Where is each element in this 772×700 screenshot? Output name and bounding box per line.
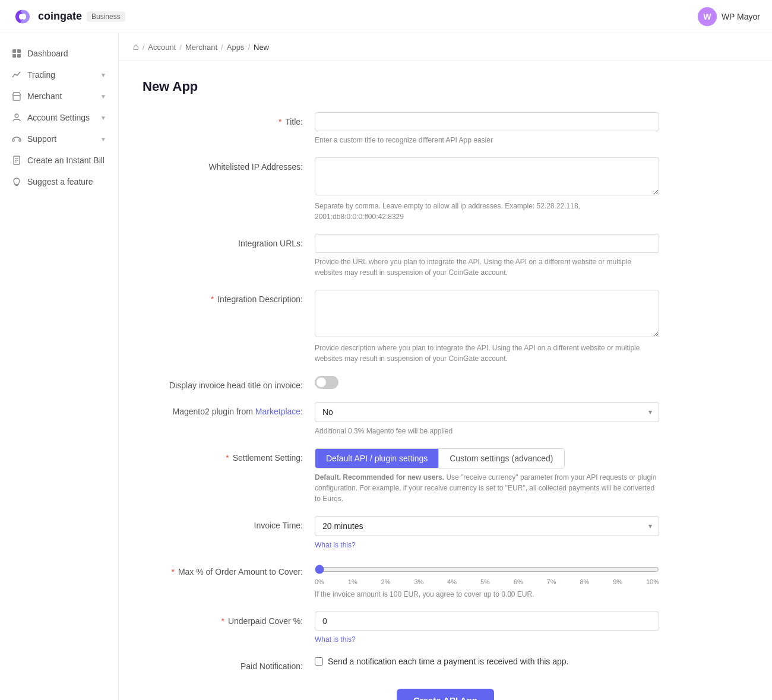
bill-icon xyxy=(12,156,21,165)
user-menu[interactable]: W WP Mayor xyxy=(698,7,760,26)
store-icon xyxy=(12,91,21,101)
invoice-time-label: Invoice Time: xyxy=(143,516,315,550)
paid-notification-checkbox[interactable] xyxy=(315,657,323,666)
display-invoice-label: Display invoice head title on invoice: xyxy=(143,376,315,390)
title-hint: Enter a custom title to recognize differ… xyxy=(315,135,659,145)
ip-label: Whitelisted IP Addresses: xyxy=(143,157,315,222)
sidebar-label-suggest: Suggest a feature xyxy=(27,177,106,186)
breadcrumb-apps[interactable]: Apps xyxy=(227,43,245,52)
sidebar-label-trading: Trading xyxy=(27,70,94,80)
svg-point-5 xyxy=(15,114,18,118)
form-container: New App * Title: Enter a custom title to… xyxy=(119,61,772,700)
svg-rect-6 xyxy=(12,139,14,141)
logo[interactable]: coingate Business xyxy=(12,6,125,27)
underpaid-input[interactable] xyxy=(315,612,659,631)
slider-labels: 0% 1% 2% 3% 4% 5% 6% 7% 8% 9% 10% xyxy=(315,578,659,585)
paid-notification-label: Paid Notification: xyxy=(143,657,315,671)
field-display-invoice: Display invoice head title on invoice: xyxy=(143,376,748,390)
main-content: ⌂ / Account / Merchant / Apps / New New … xyxy=(119,33,772,700)
invoice-time-select[interactable]: 20 minutes 30 minutes 1 hour 2 hours xyxy=(315,516,659,536)
svg-rect-1 xyxy=(17,49,21,53)
magento-hint: Additional 0.3% Magento fee will be appl… xyxy=(315,426,659,436)
slider-hint: If the invoice amount is 100 EUR, you ag… xyxy=(315,589,659,600)
paid-notification-hint: Send a notification each time a payment … xyxy=(328,657,568,666)
sidebar-item-suggest[interactable]: Suggest a feature xyxy=(0,171,118,192)
breadcrumb-merchant[interactable]: Merchant xyxy=(185,43,217,52)
lightbulb-icon xyxy=(12,177,21,186)
logo-text: coingate xyxy=(38,10,82,23)
sidebar-item-trading[interactable]: Trading ▼ xyxy=(0,64,118,85)
home-icon[interactable]: ⌂ xyxy=(133,42,139,52)
svg-rect-3 xyxy=(17,54,21,58)
sidebar-item-merchant[interactable]: Merchant ▼ xyxy=(0,85,118,107)
sidebar-item-instant-bill[interactable]: Create an Instant Bill xyxy=(0,150,118,171)
title-input[interactable] xyxy=(315,112,659,131)
ip-hint: Separate by comma. Leave empty to allow … xyxy=(315,201,659,222)
svg-rect-2 xyxy=(12,54,16,58)
sidebar: Dashboard Trading ▼ Merchant ▼ Account S… xyxy=(0,33,119,700)
field-magento: Magento2 plugin from Marketplace: No Yes… xyxy=(143,402,748,436)
sidebar-item-account-settings[interactable]: Account Settings ▼ xyxy=(0,107,118,128)
field-ip: Whitelisted IP Addresses: Separate by co… xyxy=(143,157,748,222)
sidebar-label-support: Support xyxy=(27,134,94,144)
svg-rect-4 xyxy=(13,96,20,100)
sidebar-label-instant-bill: Create an Instant Bill xyxy=(27,156,106,165)
breadcrumb-account[interactable]: Account xyxy=(148,43,176,52)
underpaid-label: * Underpaid Cover %: xyxy=(143,612,315,645)
field-underpaid: * Underpaid Cover %: What is this? xyxy=(143,612,748,645)
business-badge: Business xyxy=(87,11,125,22)
title-label: * Title: xyxy=(143,112,315,145)
svg-rect-0 xyxy=(12,49,16,53)
sidebar-label-account-settings: Account Settings xyxy=(27,113,94,122)
chevron-down-icon-3: ▼ xyxy=(100,115,106,121)
field-paid-notification: Paid Notification: Send a notification e… xyxy=(143,657,748,671)
integration-urls-hint: Provide the URL where you plan to integr… xyxy=(315,256,659,278)
chevron-down-icon: ▼ xyxy=(100,72,106,78)
sidebar-label-merchant: Merchant xyxy=(27,91,94,101)
svg-rect-7 xyxy=(19,139,21,141)
toggle-display-invoice[interactable] xyxy=(315,376,338,389)
topnav: coingate Business W WP Mayor xyxy=(0,0,772,33)
create-api-app-button[interactable]: Create API App xyxy=(397,689,494,700)
avatar: W xyxy=(698,7,717,26)
chevron-down-icon-2: ▼ xyxy=(100,93,106,100)
headset-icon xyxy=(12,134,21,144)
integration-desc-label: * Integration Description: xyxy=(143,290,315,364)
settlement-label: * Settlement Setting: xyxy=(143,448,315,504)
settlement-hint: Default. Recommended for new users. Use … xyxy=(315,472,659,504)
underpaid-hint-link[interactable]: What is this? xyxy=(315,635,356,644)
integration-desc-hint: Provide description where you plan to in… xyxy=(315,343,659,364)
sidebar-label-dashboard: Dashboard xyxy=(27,49,106,58)
breadcrumb: ⌂ / Account / Merchant / Apps / New xyxy=(119,33,772,61)
field-max-percent: * Max % of Order Amount to Cover: 0% 1% … xyxy=(143,562,748,600)
field-integration-desc: * Integration Description: Provide descr… xyxy=(143,290,748,364)
sidebar-item-dashboard[interactable]: Dashboard xyxy=(0,43,118,64)
sidebar-item-support[interactable]: Support ▼ xyxy=(0,128,118,150)
settlement-buttons: Default API / plugin settings Custom set… xyxy=(315,448,565,468)
chevron-down-icon-4: ▼ xyxy=(100,136,106,142)
settlement-btn-custom[interactable]: Custom settings (advanced) xyxy=(439,449,564,468)
max-percent-slider[interactable] xyxy=(315,565,659,574)
toggle-slider xyxy=(315,376,338,389)
integration-urls-label: Integration URLs: xyxy=(143,234,315,278)
integration-desc-textarea[interactable] xyxy=(315,290,659,337)
ip-textarea[interactable] xyxy=(315,157,659,195)
max-percent-label: * Max % of Order Amount to Cover: xyxy=(143,562,315,600)
chart-icon xyxy=(12,70,21,80)
grid-icon xyxy=(12,49,21,58)
magento-label: Magento2 plugin from Marketplace: xyxy=(143,402,315,436)
page-title: New App xyxy=(143,79,748,94)
create-btn-row: Create API App xyxy=(143,683,748,700)
field-invoice-time: Invoice Time: 20 minutes 30 minutes 1 ho… xyxy=(143,516,748,550)
integration-urls-input[interactable] xyxy=(315,234,659,253)
settlement-btn-default[interactable]: Default API / plugin settings xyxy=(315,449,439,468)
field-settlement: * Settlement Setting: Default API / plug… xyxy=(143,448,748,504)
invoice-time-hint-link[interactable]: What is this? xyxy=(315,541,356,549)
magento-link[interactable]: Marketplace xyxy=(255,407,300,416)
logo-icon xyxy=(12,6,33,27)
field-title: * Title: Enter a custom title to recogni… xyxy=(143,112,748,145)
field-integration-urls: Integration URLs: Provide the URL where … xyxy=(143,234,748,278)
username: WP Mayor xyxy=(722,12,760,21)
person-icon xyxy=(12,113,21,122)
magento-select[interactable]: No Yes xyxy=(315,402,659,422)
